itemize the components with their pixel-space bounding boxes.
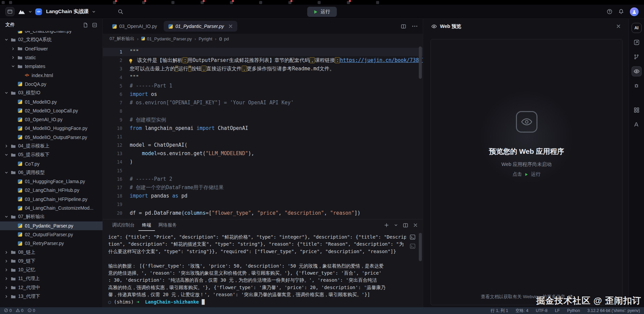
preview-docs-link[interactable]: 查看文档以获取有关 Webview 的更多信息	[481, 294, 565, 300]
tree-file-row[interactable]: 03_LangChain_HFPipeline.py	[0, 195, 103, 204]
code-editor[interactable]: 1"""2该文件是【输出解析：用OutputParser生成鲜花推荐列表】章节的…	[103, 44, 423, 219]
chevron-right-icon[interactable]	[11, 47, 15, 50]
breadcrumb-item[interactable]: Pyright	[199, 36, 212, 41]
line-number[interactable]: 9	[103, 116, 122, 124]
line-number[interactable]: 13	[103, 149, 122, 158]
taskbar-app-icon[interactable]	[288, 1, 291, 4]
line-number[interactable]: 6	[103, 90, 122, 99]
status-item[interactable]: UTF-8	[536, 308, 548, 313]
tree-file-row[interactable]: 01_ModelIO.py	[0, 97, 103, 106]
line-number[interactable]: 19	[103, 200, 122, 209]
tree-file-row[interactable]: 01_Pydantic_Parser.py	[0, 221, 103, 230]
search-icon[interactable]	[118, 9, 123, 14]
tree-file-row[interactable]: 01_HugggingFace_Llama.py	[0, 177, 103, 186]
extensions-grid-icon[interactable]	[632, 105, 642, 115]
code-line[interactable]: 3您可以点击最上方的“运行”按钮，直接运行该文件，更多操作指引请参考Readme…	[103, 65, 423, 73]
taskbar-app-icon[interactable]	[318, 1, 321, 4]
taskbar-app-icon[interactable]	[142, 1, 145, 4]
tree-folder-row[interactable]: 12_代理中	[0, 283, 103, 292]
status-item[interactable]: 行 1, 列 1	[491, 308, 508, 314]
project-name[interactable]: LangChain 实战课	[46, 8, 89, 15]
tree-file-row[interactable]: 02_LangChain_HFHub.py	[0, 186, 103, 195]
taskbar-app-icon[interactable]	[376, 1, 379, 4]
status-item[interactable]: 空格: 4	[516, 308, 528, 314]
code-line[interactable]: 4"""	[103, 73, 423, 82]
tree-file-row[interactable]: 05_ModelIO_OutputParser.py	[0, 133, 103, 142]
chevron-right-icon[interactable]	[4, 251, 8, 254]
tree-file-row[interactable]: DocQA.py	[0, 80, 103, 89]
line-number[interactable]: 1	[103, 48, 122, 56]
editor-tab[interactable]: 03_OpenAI_IO.py	[107, 19, 162, 34]
terminal-scrollbar[interactable]	[419, 233, 422, 261]
tree-folder-row[interactable]: templates	[0, 62, 103, 71]
debug-icon[interactable]	[632, 81, 642, 91]
chevron-down-icon[interactable]	[4, 171, 8, 174]
tree-file-row[interactable]: </>index.html	[0, 71, 103, 79]
git-branch-icon[interactable]	[632, 52, 642, 62]
status-info[interactable]: 0	[28, 308, 35, 313]
breadcrumb-item[interactable]: {}pd	[219, 36, 229, 41]
chevron-down-icon[interactable]	[4, 215, 8, 218]
status-error[interactable]: 0	[4, 308, 12, 313]
code-line[interactable]: 10from langchain_openai import ChatOpenA…	[103, 124, 423, 133]
code-line[interactable]: 6import os	[103, 90, 423, 99]
line-number[interactable]: 11	[103, 133, 122, 141]
panel-tab[interactable]: 调试控制台	[108, 219, 138, 231]
tree-folder-row[interactable]: 05_提示模板下	[0, 150, 103, 159]
tree-folder-row[interactable]: 06_调用模型	[0, 168, 103, 177]
tree-folder-row[interactable]: 08_链上	[0, 248, 103, 256]
collapse-folders-icon[interactable]	[92, 23, 97, 28]
line-number[interactable]: 12	[103, 141, 122, 149]
tree-folder-row[interactable]: 09_链下	[0, 257, 103, 266]
chevron-down-icon[interactable]	[4, 38, 8, 41]
chevron-down-icon[interactable]	[394, 223, 398, 227]
tree-folder-row[interactable]: 13_代理下	[0, 292, 103, 301]
terminal-session-icon[interactable]	[410, 243, 415, 249]
code-line[interactable]: 19	[103, 200, 423, 209]
code-line[interactable]: 9# 创建模型实例	[103, 116, 423, 124]
chevron-down-icon[interactable]	[29, 10, 32, 13]
breadcrumb-item[interactable]: 01_Pydantic_Parser.py	[141, 36, 192, 41]
code-line[interactable]: 15	[103, 167, 423, 175]
tree-folder-row[interactable]: 07_解析输出	[0, 212, 103, 221]
tree-file-row[interactable]: 03_RetryParser.py	[0, 239, 103, 248]
chevron-down-icon[interactable]	[4, 91, 8, 95]
chevron-right-icon[interactable]	[11, 56, 15, 59]
tree-folder-row[interactable]: 11_代理上	[0, 274, 103, 283]
taskbar-app-icon[interactable]	[171, 1, 174, 4]
code-line[interactable]: 12model = ChatOpenAI(	[103, 141, 423, 149]
breadcrumb-item[interactable]: 07_解析输出	[110, 36, 134, 42]
ai-assistant-icon[interactable]: AI	[632, 23, 642, 33]
code-line[interactable]: 2该文件是【输出解析：用OutputParser生成鲜花推荐列表】章节的配套代码…	[103, 56, 423, 65]
split-panel-icon[interactable]	[403, 223, 408, 228]
line-number[interactable]: 10	[103, 124, 122, 133]
help-icon[interactable]	[607, 9, 612, 14]
taskbar-app-icon[interactable]	[113, 1, 116, 4]
line-number[interactable]: 20	[103, 209, 122, 217]
line-number[interactable]: 2	[103, 56, 122, 65]
chevron-right-icon[interactable]	[4, 259, 8, 263]
line-number[interactable]: 5	[103, 82, 122, 90]
chevron-right-icon[interactable]	[4, 295, 8, 298]
chevron-right-icon[interactable]	[4, 268, 8, 272]
ide-logo-icon[interactable]	[18, 9, 25, 14]
code-line[interactable]: 20df = pd.DataFrame(columns=["flower_typ…	[103, 209, 423, 217]
line-number[interactable]: 7	[103, 99, 122, 107]
split-editor-icon[interactable]	[401, 24, 406, 29]
code-line[interactable]: 16# ------Part 2	[103, 175, 423, 183]
chevron-right-icon[interactable]	[4, 144, 8, 148]
tree-file-row[interactable]: 03_OpenAI_IO.py	[0, 115, 103, 124]
code-line[interactable]: 11	[103, 133, 423, 141]
code-line[interactable]: 8	[103, 107, 423, 115]
line-number[interactable]: 18	[103, 192, 122, 200]
tree-file-row[interactable]: 02_ModelIO_LoopCall.py	[0, 106, 103, 115]
more-actions-icon[interactable]	[412, 26, 417, 27]
chevron-down-icon[interactable]	[4, 153, 8, 156]
status-item[interactable]: LF	[555, 308, 560, 313]
tree-file-row[interactable]: CoT.py	[0, 159, 103, 168]
status-warning[interactable]: 0	[16, 308, 24, 313]
code-line[interactable]: 13 model=os.environ.get("LLM_MODELEND"),	[103, 149, 423, 158]
line-number[interactable]: 17	[103, 183, 122, 192]
tree-folder-row[interactable]: OneFlower	[0, 44, 103, 53]
tree-file-row[interactable]: 04_LangChain_CustomizeMod...	[0, 204, 103, 212]
